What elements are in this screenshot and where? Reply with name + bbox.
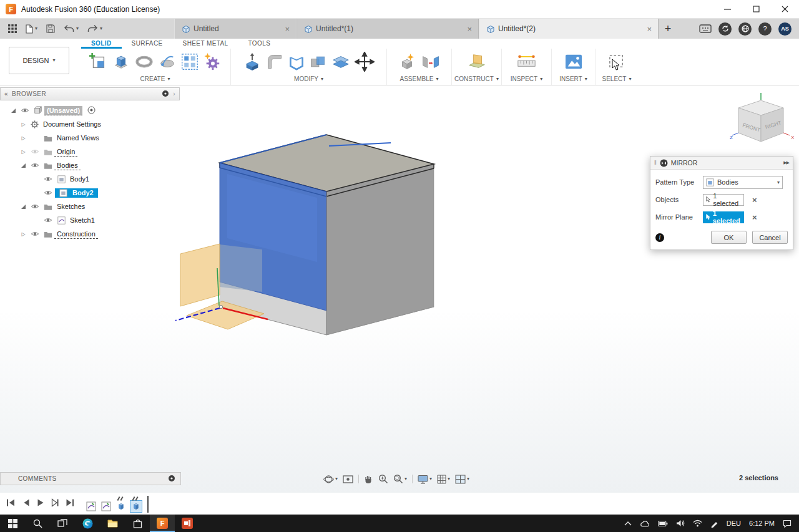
expand-arrow-icon[interactable]: ▷ — [19, 122, 28, 127]
zoom-window-button[interactable]: ▾ — [393, 474, 407, 484]
new-tab-button[interactable]: + — [659, 19, 677, 39]
language-indicator[interactable]: DEU — [727, 520, 741, 527]
construct-menu[interactable]: CONSTRUCT▾ — [454, 75, 499, 82]
fast-forward-icon[interactable]: ▶▶ — [783, 160, 789, 165]
timeline-feature-sketch[interactable] — [85, 500, 97, 513]
visibility-eye-off-icon[interactable] — [28, 148, 42, 155]
selected-row-highlight[interactable]: Body2 — [55, 188, 98, 198]
tree-item-label[interactable]: Body2 — [72, 189, 94, 196]
visibility-eye-icon[interactable] — [28, 162, 42, 168]
comments-bar[interactable]: COMMENTS — [0, 472, 181, 485]
look-at-button[interactable] — [343, 475, 353, 484]
insert-canvas-button[interactable] — [564, 54, 583, 70]
tab-close-icon[interactable]: × — [467, 24, 472, 34]
taskbar-search-button[interactable] — [25, 515, 50, 532]
display-settings-button[interactable]: ▾ — [418, 475, 432, 484]
expand-arrow-icon[interactable] — [9, 109, 18, 113]
automated-modeling-button[interactable] — [203, 52, 222, 71]
pattern-type-select[interactable]: Bodies ▾ — [703, 176, 783, 189]
browser-header[interactable]: « BROWSER › — [0, 87, 180, 100]
tree-item-sketch1[interactable]: Sketch1 — [0, 213, 180, 227]
save-button[interactable] — [43, 21, 58, 37]
inspect-menu[interactable]: INSPECT▾ — [511, 75, 542, 82]
redo-button[interactable]: ▾ — [84, 21, 105, 37]
dialog-grip-icon[interactable]: ‖ — [654, 160, 657, 166]
start-button[interactable] — [0, 515, 25, 532]
close-button[interactable] — [770, 0, 799, 18]
expand-arrow-icon[interactable]: ▷ — [19, 135, 28, 141]
expand-arrow-icon[interactable] — [19, 205, 28, 209]
job-status-button[interactable] — [718, 22, 732, 36]
tree-item-body2-selected[interactable]: Body2 — [0, 186, 180, 200]
joint-button[interactable] — [421, 53, 441, 71]
orange-app-button[interactable] — [175, 515, 200, 532]
cancel-button[interactable]: Cancel — [752, 231, 788, 244]
clock[interactable]: 6:12 PM — [749, 520, 775, 527]
fillet-button[interactable] — [266, 53, 283, 70]
mirror-dialog-header[interactable]: ‖ MIRROR ▶▶ — [650, 157, 793, 170]
maximize-button[interactable] — [742, 0, 770, 18]
fusion360-taskbar-button[interactable]: F — [150, 515, 175, 532]
minimize-button[interactable] — [713, 0, 742, 18]
create-sketch-button[interactable] — [89, 52, 107, 71]
tree-item-root-unsaved[interactable]: (Unsaved) — [0, 104, 180, 117]
go-to-start-button[interactable] — [6, 498, 16, 507]
sweep-button[interactable] — [158, 52, 177, 71]
tree-item-bodies[interactable]: Bodies — [0, 158, 180, 172]
tree-item-label[interactable]: (Unsaved) — [44, 106, 82, 115]
orbit-button[interactable]: ▾ — [323, 474, 338, 485]
extensions-button[interactable] — [738, 22, 752, 36]
visibility-eye-icon[interactable] — [18, 107, 32, 114]
tree-item-sketches[interactable]: Sketches — [0, 200, 180, 213]
clear-mirror-plane-button[interactable]: × — [752, 213, 757, 222]
tree-item-label[interactable]: Named Views — [54, 133, 102, 142]
activate-radio-icon[interactable] — [87, 106, 96, 115]
shell-button[interactable] — [288, 53, 305, 70]
extrude-button[interactable] — [112, 52, 130, 71]
objects-selection-field[interactable]: 1 selected — [703, 194, 744, 206]
tree-item-label[interactable]: Body1 — [67, 175, 92, 183]
file-menu-button[interactable]: ▾ — [22, 21, 41, 37]
timeline-position-marker[interactable] — [147, 496, 149, 513]
visibility-eye-icon[interactable] — [41, 176, 55, 182]
tab-solid[interactable]: SOLID — [81, 39, 122, 49]
ok-button[interactable]: OK — [711, 231, 747, 244]
tree-item-label[interactable]: Sketches — [54, 202, 87, 211]
collapse-panel-icon[interactable]: « — [4, 90, 8, 97]
go-to-end-button[interactable] — [66, 498, 75, 507]
tree-item-label[interactable]: Document Settings — [41, 120, 104, 128]
mirror-plane-selection-field[interactable]: 1 selected — [703, 211, 744, 223]
tree-item-body1[interactable]: Body1 — [0, 172, 180, 186]
expand-arrow-icon[interactable] — [19, 163, 28, 168]
pen-icon[interactable] — [710, 520, 718, 528]
select-menu[interactable]: SELECT▾ — [602, 75, 632, 82]
modify-menu[interactable]: MODIFY▾ — [294, 75, 323, 82]
undo-button[interactable]: ▾ — [61, 21, 82, 37]
grid-snap-button[interactable]: ▾ — [437, 475, 450, 484]
combine-button[interactable] — [310, 53, 327, 70]
tab-sheet-metal[interactable]: SHEET METAL — [173, 39, 238, 49]
task-view-button[interactable] — [50, 515, 75, 532]
store-button[interactable] — [125, 515, 150, 532]
construction-plane-button[interactable] — [468, 52, 486, 71]
tab-close-icon[interactable]: × — [285, 24, 290, 34]
tree-item-label[interactable]: Construction — [54, 230, 98, 239]
viewcube[interactable]: FRONT RIGHT Z X — [728, 92, 797, 153]
onedrive-cloud-icon[interactable] — [640, 520, 650, 527]
panel-grip-icon[interactable]: › — [173, 90, 175, 97]
keyboard-icon[interactable] — [699, 24, 712, 33]
clear-objects-button[interactable]: × — [752, 195, 757, 205]
tree-item-origin[interactable]: ▷ Origin — [0, 145, 180, 158]
comments-options-icon[interactable] — [168, 475, 175, 483]
tab-surface[interactable]: SURFACE — [122, 39, 173, 49]
tree-item-label[interactable]: Origin — [54, 147, 77, 157]
tab-close-icon[interactable]: × — [647, 24, 652, 34]
tab-tools[interactable]: TOOLS — [238, 39, 281, 49]
expand-arrow-icon[interactable]: ▷ — [19, 231, 28, 237]
hidden-icons-chevron[interactable] — [624, 521, 632, 526]
revolve-button[interactable] — [135, 52, 154, 71]
network-icon[interactable] — [693, 520, 702, 527]
visibility-eye-icon[interactable] — [41, 217, 55, 223]
doc-tab-3-active[interactable]: Untitled*(2) × — [479, 19, 659, 39]
expand-arrow-icon[interactable]: ▷ — [19, 149, 28, 155]
